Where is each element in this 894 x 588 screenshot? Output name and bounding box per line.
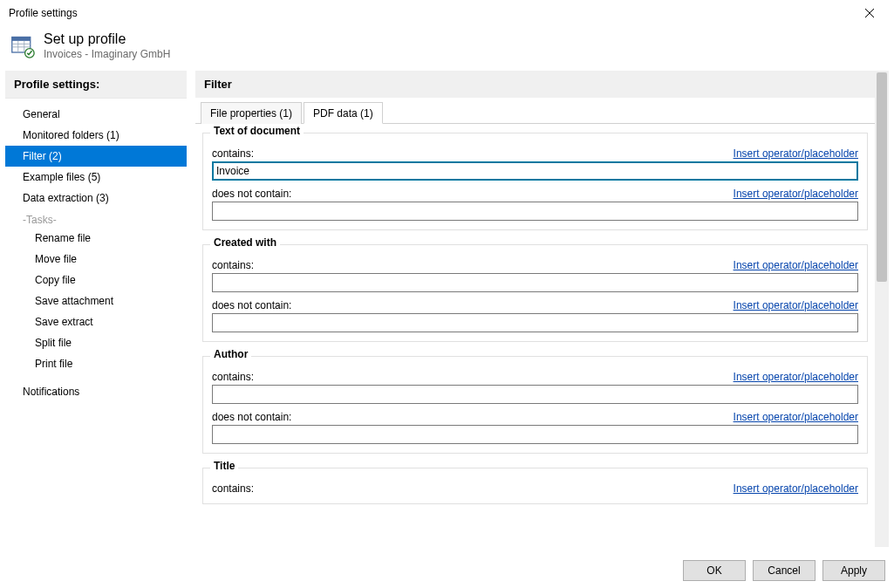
author-not-contains-input[interactable] — [212, 425, 858, 444]
header-subtitle: Invoices - Imaginary GmbH — [44, 48, 170, 60]
contains-label: contains: — [212, 259, 254, 271]
scrollbar[interactable] — [875, 71, 889, 547]
tab-pdf-data[interactable]: PDF data (1) — [304, 102, 383, 124]
sidebar-item-example-files[interactable]: Example files (5) — [5, 167, 187, 188]
insert-link[interactable]: Insert operator/placeholder — [734, 482, 858, 495]
sidebar-title: Profile settings: — [5, 71, 187, 99]
task-save-extract[interactable]: Save extract — [5, 311, 187, 332]
apply-button[interactable]: Apply — [822, 560, 885, 581]
author-contains-input[interactable] — [212, 385, 858, 404]
insert-link[interactable]: Insert operator/placeholder — [734, 147, 858, 160]
group-title: Title — [210, 460, 238, 472]
contains-label: contains: — [212, 482, 254, 495]
group-title-field: Title contains: Insert operator/placehol… — [202, 468, 868, 504]
insert-link[interactable]: Insert operator/placeholder — [734, 299, 858, 311]
sidebar-item-data-extraction[interactable]: Data extraction (3) — [5, 188, 187, 209]
ok-button[interactable]: OK — [683, 560, 746, 581]
cancel-button[interactable]: Cancel — [753, 560, 816, 581]
group-title: Author — [210, 348, 251, 360]
created-with-contains-input[interactable] — [212, 273, 858, 292]
created-with-not-contains-input[interactable] — [212, 313, 858, 332]
sidebar-item-filter[interactable]: Filter (2) — [5, 146, 187, 167]
header-heading: Set up profile — [44, 31, 170, 47]
task-save-attachment[interactable]: Save attachment — [5, 291, 187, 311]
group-title: Text of document — [210, 125, 304, 137]
task-print-file[interactable]: Print file — [5, 353, 187, 374]
group-title: Created with — [210, 236, 280, 249]
task-rename-file[interactable]: Rename file — [5, 228, 187, 249]
text-of-document-not-contains-input[interactable] — [212, 202, 858, 221]
nav-list: General Monitored folders (1) Filter (2)… — [5, 99, 187, 407]
contains-label: contains: — [212, 371, 254, 383]
tasks-list: Rename file Move file Copy file Save att… — [5, 228, 187, 374]
not-contains-label: does not contain: — [212, 411, 291, 423]
window-title: Profile settings — [9, 7, 78, 19]
body: Profile settings: General Monitored fold… — [0, 71, 894, 552]
footer: OK Cancel Apply — [0, 552, 894, 588]
close-button[interactable] — [852, 1, 887, 25]
header-texts: Set up profile Invoices - Imaginary GmbH — [44, 31, 170, 60]
dialog: Profile settings Set up profile Invoices… — [0, 0, 894, 588]
task-split-file[interactable]: Split file — [5, 332, 187, 353]
scrollbar-thumb[interactable] — [877, 72, 887, 282]
profile-icon — [10, 34, 35, 58]
sidebar-item-general[interactable]: General — [5, 104, 187, 125]
sidebar-item-notifications[interactable]: Notifications — [5, 381, 187, 402]
task-move-file[interactable]: Move file — [5, 249, 187, 270]
sidebar: Profile settings: General Monitored fold… — [5, 71, 187, 547]
insert-link[interactable]: Insert operator/placeholder — [734, 411, 858, 423]
insert-link[interactable]: Insert operator/placeholder — [734, 371, 858, 383]
tabs: File properties (1) PDF data (1) — [195, 98, 875, 124]
text-of-document-contains-input[interactable] — [212, 161, 858, 181]
titlebar: Profile settings — [0, 0, 894, 26]
contains-label: contains: — [212, 147, 254, 160]
form-area: Text of document contains: Insert operat… — [195, 124, 875, 547]
not-contains-label: does not contain: — [212, 299, 291, 311]
task-copy-file[interactable]: Copy file — [5, 270, 187, 291]
main: Filter File properties (1) PDF data (1) … — [195, 71, 889, 547]
sidebar-item-monitored-folders[interactable]: Monitored folders (1) — [5, 125, 187, 146]
group-text-of-document: Text of document contains: Insert operat… — [202, 133, 868, 230]
insert-link[interactable]: Insert operator/placeholder — [734, 188, 858, 200]
group-created-with: Created with contains: Insert operator/p… — [202, 244, 868, 342]
svg-rect-3 — [12, 37, 31, 40]
header: Set up profile Invoices - Imaginary GmbH — [0, 26, 894, 71]
tasks-separator: -Tasks- — [5, 209, 187, 228]
group-author: Author contains: Insert operator/placeho… — [202, 356, 868, 454]
insert-link[interactable]: Insert operator/placeholder — [734, 259, 858, 271]
main-title: Filter — [195, 71, 875, 98]
close-icon — [864, 8, 875, 18]
tab-file-properties[interactable]: File properties (1) — [201, 102, 302, 124]
not-contains-label: does not contain: — [212, 188, 291, 200]
